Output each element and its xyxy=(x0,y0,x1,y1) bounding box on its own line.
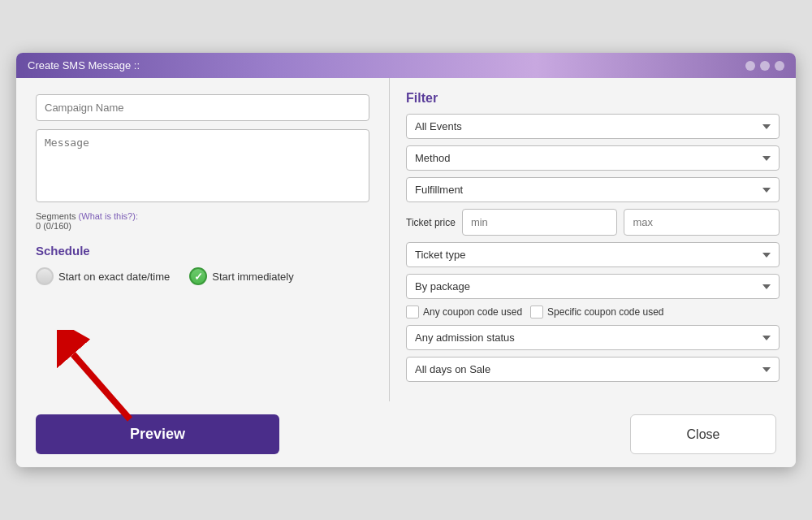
right-panel: Filter All Events Method Fulfillment Tic… xyxy=(390,78,796,401)
left-panel: Segments (What is this?): 0 (0/160) Sche… xyxy=(16,78,390,401)
titlebar: Create SMS Message :: xyxy=(16,53,796,78)
preview-button[interactable]: Preview xyxy=(36,414,279,454)
segments-count: 0 (0/160) xyxy=(36,221,369,231)
radio-exact-label: Start on exact date/time xyxy=(58,271,170,283)
coupon-specific-checkbox[interactable] xyxy=(530,306,543,318)
radio-immediately[interactable]: Start immediately xyxy=(189,267,293,285)
radio-exact-icon xyxy=(36,267,54,285)
coupon-any-option[interactable]: Any coupon code used xyxy=(406,306,522,318)
radio-immediately-icon xyxy=(189,267,207,285)
filter-title: Filter xyxy=(406,91,780,106)
footer-bar: Preview Close xyxy=(16,401,796,467)
segments-label: Segments (What is this?): xyxy=(36,211,369,221)
coupon-any-label: Any coupon code used xyxy=(423,306,522,318)
fulfillment-select[interactable]: Fulfillment xyxy=(406,177,780,202)
coupon-any-checkbox[interactable] xyxy=(406,306,419,318)
method-select[interactable]: Method xyxy=(406,145,780,171)
campaign-name-input[interactable] xyxy=(36,94,369,121)
all-events-select[interactable]: All Events xyxy=(406,114,780,139)
content-area: Segments (What is this?): 0 (0/160) Sche… xyxy=(16,78,796,401)
main-window: Create SMS Message :: Segments (What is … xyxy=(16,53,796,467)
window-title: Create SMS Message :: xyxy=(28,59,140,72)
radio-immediately-label: Start immediately xyxy=(212,271,293,283)
message-input[interactable] xyxy=(36,129,369,202)
ticket-price-row: Ticket price xyxy=(406,209,780,236)
coupon-row: Any coupon code used Specific coupon cod… xyxy=(406,306,780,318)
by-package-select[interactable]: By package xyxy=(406,274,780,299)
admission-status-select[interactable]: Any admission status xyxy=(406,325,780,350)
radio-exact-time[interactable]: Start on exact date/time xyxy=(36,267,170,285)
schedule-title: Schedule xyxy=(36,244,369,258)
days-on-sale-select[interactable]: All days on Sale xyxy=(406,357,780,382)
window-controls xyxy=(745,61,784,71)
control-dot-3[interactable] xyxy=(775,61,784,71)
segments-link[interactable]: (What is this?): xyxy=(79,211,138,221)
ticket-type-select[interactable]: Ticket type xyxy=(406,242,780,267)
price-max-input[interactable] xyxy=(624,209,780,236)
coupon-specific-label: Specific coupon code used xyxy=(547,306,663,318)
control-dot-1[interactable] xyxy=(745,61,755,71)
ticket-price-label: Ticket price xyxy=(406,217,456,228)
close-button[interactable]: Close xyxy=(630,414,776,454)
coupon-specific-option[interactable]: Specific coupon code used xyxy=(530,306,663,318)
control-dot-2[interactable] xyxy=(760,61,770,71)
schedule-options: Start on exact date/time Start immediate… xyxy=(36,267,369,285)
price-min-input[interactable] xyxy=(462,209,618,236)
